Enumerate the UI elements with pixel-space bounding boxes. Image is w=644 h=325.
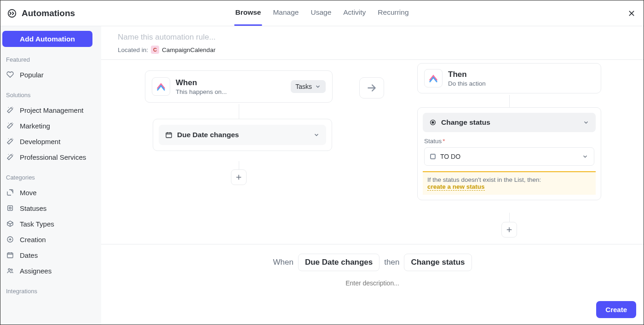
action-label: Change status [441,118,578,127]
action-card: Change status Status* TO DO If the statu… [417,107,601,200]
header-tabs: Browse Manage Usage Activity Recurring [234,0,409,26]
automation-canvas: When This happens on... Tasks Due Date c… [101,60,644,244]
tab-recurring[interactable]: Recurring [377,0,409,26]
sidebar: Add Automation Featured Popular Solution… [0,26,101,325]
calendar-icon [165,131,172,139]
sidebar-item-creation[interactable]: Creation [2,232,98,247]
config-top: Located in: C CampaignCalendar [101,26,644,60]
sidebar-section-categories: Categories [2,165,98,185]
location-chip[interactable]: C CampaignCalendar [151,46,215,54]
sidebar-item-task-types[interactable]: Task Types [2,216,98,232]
chevron-down-icon [315,83,321,90]
trigger-selector[interactable]: Due Date changes [159,125,326,145]
sidebar-section-featured: Featured [2,47,98,67]
list-badge-icon: C [151,46,159,54]
calendar-icon [6,251,14,259]
add-action-button[interactable] [501,222,517,238]
summary-trigger-chip[interactable]: Due Date changes [298,254,380,271]
tab-activity[interactable]: Activity [342,0,367,26]
wand-icon [6,153,14,161]
sidebar-item-statuses[interactable]: Statuses [2,200,98,216]
when-title: When [176,78,291,87]
scope-label: Tasks [295,83,312,90]
connector-line [509,213,510,222]
located-in-label: Located in: [118,46,148,53]
wand-icon [6,122,14,130]
sidebar-item-label: Dates [20,251,38,259]
status-color-icon [430,154,436,159]
automation-name-input[interactable] [118,33,627,42]
location-row: Located in: C CampaignCalendar [118,46,627,54]
footer: When Due Date changes then Change status… [101,244,644,325]
svg-rect-7 [166,133,172,138]
status-value: TO DO [440,153,577,160]
create-button[interactable]: Create [596,301,636,318]
description-input[interactable] [281,279,465,287]
app-header: Automations Browse Manage Usage Activity… [0,0,644,26]
location-name: CampaignCalendar [162,46,215,53]
sidebar-item-professional-services[interactable]: Professional Services [2,149,98,165]
sidebar-item-assignees[interactable]: Assignees [2,263,98,279]
page-title: Automations [22,8,75,18]
then-card: Then Do this action [417,63,601,93]
create-status-link[interactable]: create a new status [427,183,485,191]
sidebar-item-marketing[interactable]: Marketing [2,118,98,133]
svg-point-5 [8,268,10,270]
sidebar-item-move[interactable]: Move [2,185,98,200]
svg-point-0 [8,9,16,17]
sidebar-item-label: Popular [20,71,44,79]
plus-circle-icon [6,235,14,244]
header-left: Automations [0,8,75,18]
sidebar-item-label: Assignees [20,267,52,275]
connector-line [239,104,239,119]
svg-rect-2 [9,207,11,209]
summary-then: then [384,258,399,267]
sidebar-item-popular[interactable]: Popular [2,67,98,82]
status-icon [6,204,14,212]
add-automation-button[interactable]: Add Automation [2,31,92,47]
status-dropdown[interactable]: TO DO [424,147,594,166]
warning-text: If the status doesn't exist in the List,… [427,176,591,183]
radio-selected-icon [429,119,437,126]
tab-browse[interactable]: Browse [234,0,262,26]
sidebar-item-label: Move [20,189,37,197]
sidebar-section-integrations: Integrations [2,279,98,298]
summary-sentence: When Due Date changes then Change status [273,254,472,271]
then-title: Then [448,70,594,79]
wand-icon [6,137,14,145]
people-icon [6,267,14,275]
summary-action-chip[interactable]: Change status [404,254,472,271]
main: Located in: C CampaignCalendar When [101,26,644,325]
tab-manage[interactable]: Manage [272,0,299,26]
add-trigger-button[interactable] [231,169,247,185]
scope-dropdown[interactable]: Tasks [291,80,326,93]
connector-line [239,161,239,169]
status-field: Status* TO DO [418,132,601,166]
automation-logo-icon [7,8,17,18]
sidebar-item-development[interactable]: Development [2,133,98,149]
action-selector[interactable]: Change status [423,113,596,132]
svg-point-9 [432,122,434,123]
arrow-connector [359,77,384,99]
svg-point-6 [11,269,12,270]
trigger-label: Due Date changes [177,131,309,139]
sidebar-item-project-management[interactable]: Project Management [2,102,98,118]
clickup-logo-icon [424,69,443,87]
arrow-right-icon [366,82,378,94]
sidebar-item-dates[interactable]: Dates [2,247,98,263]
tab-usage[interactable]: Usage [310,0,332,26]
chevron-down-icon [583,119,589,126]
sidebar-item-label: Creation [20,236,46,244]
close-icon[interactable] [626,8,637,19]
move-icon [6,188,14,197]
trigger-card: Due Date changes [153,119,332,151]
when-card: When This happens on... Tasks [145,70,333,103]
chevron-down-icon [582,153,588,160]
sidebar-section-solutions: Solutions [2,82,98,102]
when-subtitle: This happens on... [176,88,291,95]
sidebar-item-label: Task Types [20,220,54,228]
sidebar-item-label: Development [20,138,60,145]
box-icon [6,220,14,228]
clickup-logo-icon [152,77,170,96]
status-warning: If the status doesn't exist in the List,… [423,171,596,195]
